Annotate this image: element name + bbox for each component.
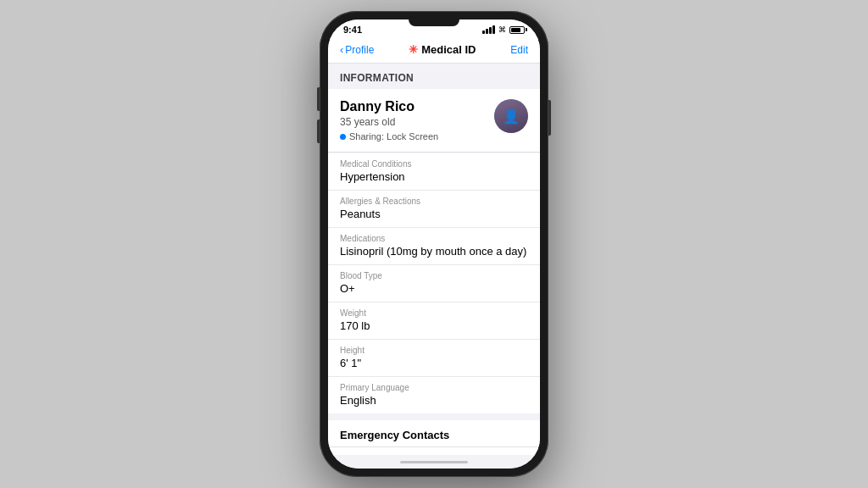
weight-row: Weight 170 lb: [328, 302, 540, 340]
allergies-row: Allergies & Reactions Peanuts: [328, 191, 540, 228]
phone-device: 9:41 ⌘ ‹ Profile ✳︎: [320, 11, 548, 477]
medical-info-list: Medical Conditions Hypertension Allergie…: [328, 153, 540, 413]
medications-row: Medications Lisinopril (10mg by mouth on…: [328, 228, 540, 265]
nav-title: ✳︎ Medical ID: [409, 43, 476, 56]
battery-icon: [509, 26, 525, 34]
sharing-dot-icon: [340, 134, 346, 140]
emergency-contact-row: spouse Ashley Rico: [328, 447, 540, 455]
profile-info: Danny Rico 35 years old Sharing: Lock Sc…: [340, 99, 438, 141]
height-value: 6' 1": [340, 357, 528, 369]
allergies-value: Peanuts: [340, 208, 528, 220]
medications-value: Lisinopril (10mg by mouth once a day): [340, 245, 528, 258]
medical-conditions-value: Hypertension: [340, 170, 528, 183]
nav-title-text: Medical ID: [421, 43, 476, 56]
blood-type-row: Blood Type O+: [328, 265, 540, 302]
allergies-label: Allergies & Reactions: [340, 197, 528, 206]
status-icons: ⌘: [482, 25, 525, 34]
profile-name: Danny Rico: [340, 99, 438, 114]
language-label: Primary Language: [340, 383, 528, 392]
home-bar: [400, 461, 468, 463]
emergency-contacts-header: Emergency Contacts: [328, 420, 540, 447]
avatar-image: 👤: [494, 99, 528, 133]
language-value: English: [340, 394, 528, 407]
blood-type-value: O+: [340, 282, 528, 295]
home-indicator: [328, 455, 540, 469]
height-label: Height: [340, 346, 528, 355]
sharing-label: Sharing: Lock Screen: [349, 131, 438, 141]
back-button[interactable]: ‹ Profile: [340, 43, 374, 56]
blood-type-label: Blood Type: [340, 271, 528, 280]
weight-value: 170 lb: [340, 319, 528, 332]
language-row: Primary Language English: [328, 377, 540, 413]
medical-conditions-label: Medical Conditions: [340, 159, 528, 169]
chevron-left-icon: ‹: [340, 43, 343, 56]
power-button: [548, 100, 551, 136]
content-scroll[interactable]: Information Danny Rico 35 years old Shar…: [328, 64, 540, 455]
volume-up-button: [317, 87, 320, 111]
volume-down-button: [317, 119, 320, 143]
profile-card: Danny Rico 35 years old Sharing: Lock Sc…: [328, 89, 540, 152]
medical-star-icon: ✳︎: [409, 43, 418, 56]
height-row: Height 6' 1": [328, 340, 540, 377]
status-time: 9:41: [343, 25, 362, 35]
profile-age: 35 years old: [340, 116, 438, 128]
emergency-contacts-section: Emergency Contacts spouse Ashley Rico: [328, 420, 540, 455]
notch: [409, 19, 459, 26]
avatar: 👤: [494, 99, 528, 133]
medications-label: Medications: [340, 234, 528, 243]
phone-screen: 9:41 ⌘ ‹ Profile ✳︎: [328, 19, 540, 469]
profile-sharing: Sharing: Lock Screen: [340, 131, 438, 141]
navigation-bar: ‹ Profile ✳︎ Medical ID Edit: [328, 38, 540, 64]
weight-label: Weight: [340, 308, 528, 318]
signal-icon: [482, 25, 495, 34]
back-label: Profile: [345, 44, 374, 56]
edit-button[interactable]: Edit: [510, 44, 528, 56]
wifi-icon: ⌘: [498, 25, 506, 34]
medical-conditions-row: Medical Conditions Hypertension: [328, 153, 540, 191]
information-section-header: Information: [328, 64, 540, 89]
